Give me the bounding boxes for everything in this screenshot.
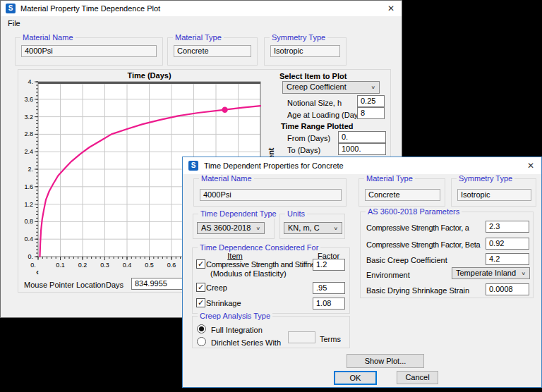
compressive-strength-item-label: Compressive Strength and Stiffness [206, 260, 323, 269]
svg-text:0.8: 0.8 [24, 218, 33, 225]
material-type-field[interactable]: Concrete [174, 45, 251, 57]
material-type-label: Material Type [173, 33, 224, 42]
symmetry-type-group: Symmetry Type Isotropic [264, 37, 347, 66]
shrinkage-strain-field[interactable]: 0.0008 [486, 283, 529, 295]
age-loading-field[interactable]: 8 [357, 107, 385, 119]
menu-file[interactable]: File [8, 19, 20, 27]
svg-text:3.2: 3.2 [24, 114, 33, 121]
radio-full-integration[interactable] [197, 324, 206, 333]
plot-window-title: Material Property Time Dependence Plot [20, 1, 160, 16]
svg-text:1.2: 1.2 [24, 201, 33, 208]
scroll-left-icon[interactable]: ‹ [36, 267, 39, 277]
environment-dropdown[interactable]: Temperate Inland ∨ [452, 267, 530, 279]
symmetry-type-field[interactable]: Isotropic [457, 189, 531, 201]
properties-dialog-title: Time Dependent Properties for Concrete [204, 157, 344, 174]
from-days-label: From (Days) [287, 134, 330, 142]
basic-creep-coefficient-label: Basic Creep Coefficient [366, 256, 447, 264]
time-dependence-group: Time Dependence Considered For Item Fact… [192, 247, 350, 314]
basic-creep-coefficient-field[interactable]: 4.2 [486, 253, 529, 265]
item-column-header: Item [214, 252, 256, 260]
from-days-field[interactable]: 0. [338, 131, 386, 143]
strength-factor-beta-field[interactable]: 0.92 [486, 238, 529, 250]
select-item-value: Creep Coefficient [287, 82, 347, 91]
svg-text:3.6: 3.6 [24, 96, 33, 103]
as3600-parameters-label: AS 3600-2018 Parameters [366, 207, 462, 216]
environment-label: Environment [366, 271, 410, 279]
creep-analysis-label: Creep Analysis Type [198, 312, 272, 321]
svg-text:0.4: 0.4 [123, 262, 132, 269]
time-dependent-type-dropdown[interactable]: AS 3600-2018 ∨ [197, 222, 265, 234]
creep-analysis-group: Creep Analysis Type Full Integration Dir… [192, 316, 350, 348]
ok-button[interactable]: OK [334, 371, 377, 385]
mouse-pointer-label: Mouse Pointer Location [24, 281, 106, 289]
svg-text:0.: 0. [30, 262, 36, 269]
strength-factor-beta-label: Compressive Strength Factor, Beta [366, 240, 480, 249]
radio-dirichlet-series[interactable] [197, 337, 206, 346]
chevron-down-icon: ∨ [255, 225, 260, 233]
compressive-strength-factor-field[interactable]: 1.2 [313, 259, 345, 271]
material-name-field[interactable]: 4000Psi [200, 189, 342, 201]
properties-dialog-titlebar[interactable]: S Time Dependent Properties for Concrete… [183, 157, 541, 174]
symmetry-type-label: Symmetry Type [457, 174, 514, 183]
menubar: File [1, 16, 402, 31]
modulus-elasticity-label: (Modulus of Elasticity) [210, 269, 287, 278]
time-dependent-type-label: Time Dependent Type [198, 209, 279, 219]
material-name-label: Material Name [199, 174, 254, 183]
svg-text:2.8: 2.8 [24, 130, 33, 137]
material-name-label: Material Name [20, 33, 76, 42]
units-dropdown[interactable]: KN, m, C ∨ [284, 222, 342, 234]
svg-text:2.: 2. [28, 166, 33, 173]
dirichlet-terms-field[interactable] [288, 331, 315, 343]
symmetry-type-field[interactable]: Isotropic [270, 45, 340, 57]
material-name-field[interactable]: 4000Psi [21, 45, 157, 57]
properties-dialog: S Time Dependent Properties for Concrete… [182, 157, 542, 388]
material-type-field[interactable]: Concrete [365, 189, 440, 201]
material-type-group: Material Type Concrete [359, 178, 445, 207]
shrinkage-item-label: Shrinkage [206, 299, 241, 307]
terms-label: Terms [320, 335, 341, 343]
shrinkage-strain-label: Basic Drying Shrinkage Strain [366, 286, 469, 295]
checkbox-compressive-strength[interactable]: ✓ [196, 259, 205, 269]
full-integration-label: Full Integration [211, 326, 263, 334]
creep-factor-field[interactable]: .95 [313, 282, 345, 294]
to-days-field[interactable]: 1000. [338, 143, 386, 155]
chevron-down-icon: ∨ [371, 84, 375, 92]
svg-text:0.4: 0.4 [24, 235, 33, 243]
checkbox-creep[interactable]: ✓ [196, 283, 205, 292]
checkbox-shrinkage[interactable]: ✓ [196, 298, 205, 307]
plot-window-titlebar[interactable]: S Material Property Time Dependence Plot… [1, 1, 402, 16]
material-type-group: Material Type Concrete [167, 37, 258, 66]
time-dependent-type-group: Time Dependent Type AS 3600-2018 ∨ [193, 214, 275, 239]
notional-size-label: Notional Size, h [287, 99, 342, 107]
strength-factor-a-field[interactable]: 2.3 [486, 221, 529, 233]
svg-text:1.6: 1.6 [24, 183, 33, 190]
days-label: Days [106, 281, 124, 289]
cancel-button[interactable]: Cancel [397, 371, 438, 384]
material-name-group: Material Name 4000Psi [193, 178, 347, 207]
chevron-down-icon: ∨ [333, 225, 338, 233]
time-dependent-type-value: AS 3600-2018 [201, 223, 251, 232]
symmetry-type-label: Symmetry Type [270, 33, 327, 42]
svg-text:0.3: 0.3 [100, 262, 109, 269]
svg-text:2.4: 2.4 [24, 148, 33, 155]
chevron-down-icon: ∨ [521, 270, 526, 278]
as3600-parameters-group: AS 3600-2018 Parameters Compressive Stre… [360, 212, 534, 298]
environment-value: Temperate Inland [456, 269, 516, 277]
time-range-heading: Time Range Plotted [281, 122, 353, 130]
to-days-label: To (Days) [287, 146, 320, 154]
svg-text:0.: 0. [28, 253, 33, 260]
svg-text:0.5: 0.5 [145, 262, 154, 269]
app-icon: S [188, 161, 198, 171]
notional-size-field[interactable]: 0.25 [357, 95, 385, 107]
age-loading-label: Age at Loading (Days) [287, 111, 364, 119]
material-type-label: Material Type [364, 174, 415, 183]
units-value: KN, m, C [288, 223, 320, 232]
close-icon[interactable]: ✕ [380, 1, 402, 16]
shrinkage-factor-field[interactable]: 1.08 [313, 298, 345, 310]
close-icon[interactable]: ✕ [520, 157, 541, 174]
units-group: Units KN, m, C ∨ [279, 214, 345, 239]
select-item-heading: Select Item to Plot [279, 72, 347, 80]
strength-factor-a-label: Compressive Strength Factor, a [366, 223, 469, 232]
show-plot-button[interactable]: Show Plot... [347, 354, 424, 368]
select-item-dropdown[interactable]: Creep Coefficient ∨ [282, 81, 380, 94]
